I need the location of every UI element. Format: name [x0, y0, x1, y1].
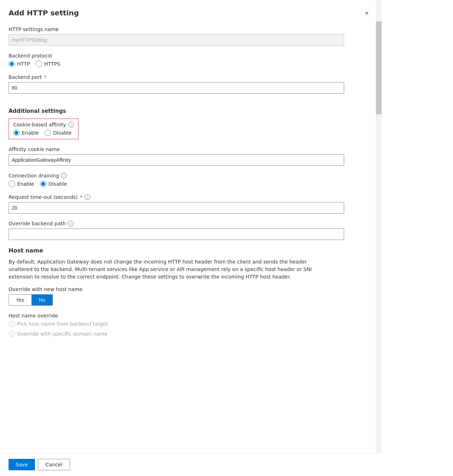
- request-timeout-group: Request time-out (seconds) * i: [9, 194, 370, 214]
- backend-port-required: *: [44, 74, 46, 80]
- toggle-no-button[interactable]: No: [32, 294, 52, 306]
- additional-settings-title: Additional settings: [9, 108, 370, 114]
- backend-protocol-radio-group: HTTP HTTPS: [9, 61, 370, 67]
- cookie-affinity-enable-label: Enable: [22, 130, 39, 136]
- footer: Save Cancel: [0, 453, 382, 476]
- host-name-section-title: Host name: [9, 247, 370, 254]
- scrollbar-thumb[interactable]: [376, 21, 382, 114]
- host-name-override-label: Host name override: [9, 313, 370, 319]
- connection-draining-disable-label: Disable: [49, 181, 67, 187]
- cookie-affinity-enable-option[interactable]: Enable: [13, 130, 39, 136]
- http-settings-name-label: HTTP settings name: [9, 26, 370, 32]
- host-name-description: By default, Application Gateway does not…: [9, 258, 330, 281]
- cookie-affinity-box: Cookie-based affinity i Enable Disable: [9, 119, 79, 139]
- connection-draining-label: Connection draining i: [9, 173, 370, 179]
- toggle-yes-button[interactable]: Yes: [9, 294, 32, 306]
- connection-draining-enable-label: Enable: [17, 181, 34, 187]
- connection-draining-group: Connection draining i Enable Disable: [9, 173, 370, 187]
- cookie-affinity-label-row: Cookie-based affinity i: [13, 122, 74, 127]
- dialog-header: Add HTTP setting ×: [9, 9, 370, 18]
- pick-host-name-option[interactable]: Pick host name from backend target: [9, 321, 108, 327]
- cookie-affinity-label: Cookie-based affinity: [13, 122, 66, 127]
- cookie-affinity-disable-option[interactable]: Disable: [45, 130, 72, 136]
- request-timeout-label: Request time-out (seconds) * i: [9, 194, 370, 200]
- host-name-section: Host name By default, Application Gatewa…: [9, 247, 370, 337]
- override-backend-path-input[interactable]: [9, 229, 344, 240]
- host-name-override-radio-group: Pick host name from backend target Overr…: [9, 321, 370, 337]
- override-backend-path-info-icon[interactable]: i: [68, 221, 74, 226]
- http-settings-name-group: HTTP settings name: [9, 26, 370, 46]
- backend-protocol-https-option[interactable]: HTTPS: [36, 61, 60, 67]
- request-timeout-required: *: [80, 194, 82, 200]
- backend-protocol-https-label: HTTPS: [44, 61, 60, 67]
- connection-draining-enable-option[interactable]: Enable: [9, 181, 34, 187]
- http-settings-name-input[interactable]: [9, 34, 344, 46]
- host-name-override-group: Host name override Pick host name from b…: [9, 313, 370, 337]
- close-button[interactable]: ×: [363, 9, 370, 18]
- backend-port-input[interactable]: [9, 82, 344, 94]
- pick-host-name-label: Pick host name from backend target: [17, 321, 108, 327]
- backend-protocol-group: Backend protocol HTTP HTTPS: [9, 53, 370, 67]
- cookie-affinity-disable-label: Disable: [53, 130, 72, 136]
- affinity-cookie-name-group: Affinity cookie name: [9, 146, 370, 166]
- scrollbar[interactable]: [376, 0, 382, 476]
- connection-draining-disable-option[interactable]: Disable: [40, 181, 67, 187]
- override-backend-path-label: Override backend path i: [9, 221, 370, 226]
- backend-protocol-http-label: HTTP: [17, 61, 30, 67]
- dialog-title: Add HTTP setting: [9, 9, 79, 17]
- affinity-cookie-name-label: Affinity cookie name: [9, 146, 370, 152]
- request-timeout-info-icon[interactable]: i: [85, 194, 90, 200]
- request-timeout-input[interactable]: [9, 202, 344, 214]
- connection-draining-info-icon[interactable]: i: [61, 173, 67, 179]
- backend-port-group: Backend port *: [9, 74, 370, 94]
- cookie-affinity-radio-group: Enable Disable: [13, 130, 74, 136]
- backend-protocol-label: Backend protocol: [9, 53, 370, 59]
- add-http-setting-dialog: Add HTTP setting × HTTP settings name Ba…: [0, 0, 382, 476]
- override-new-host-name-label: Override with new host name: [9, 286, 370, 292]
- override-specific-domain-label: Override with specific domain name: [17, 331, 107, 337]
- backend-port-label: Backend port *: [9, 74, 370, 80]
- cookie-affinity-group: Cookie-based affinity i Enable Disable: [9, 119, 370, 139]
- override-new-host-name-toggle[interactable]: Yes No: [9, 294, 53, 306]
- connection-draining-radio-group: Enable Disable: [9, 181, 370, 187]
- save-button[interactable]: Save: [9, 459, 35, 470]
- override-backend-path-group: Override backend path i: [9, 221, 370, 240]
- override-new-host-name-group: Override with new host name Yes No: [9, 286, 370, 306]
- backend-protocol-http-option[interactable]: HTTP: [9, 61, 30, 67]
- affinity-cookie-name-input[interactable]: [9, 154, 344, 166]
- override-specific-domain-option[interactable]: Override with specific domain name: [9, 331, 107, 337]
- cookie-affinity-info-icon[interactable]: i: [68, 122, 74, 127]
- cancel-button[interactable]: Cancel: [38, 459, 70, 470]
